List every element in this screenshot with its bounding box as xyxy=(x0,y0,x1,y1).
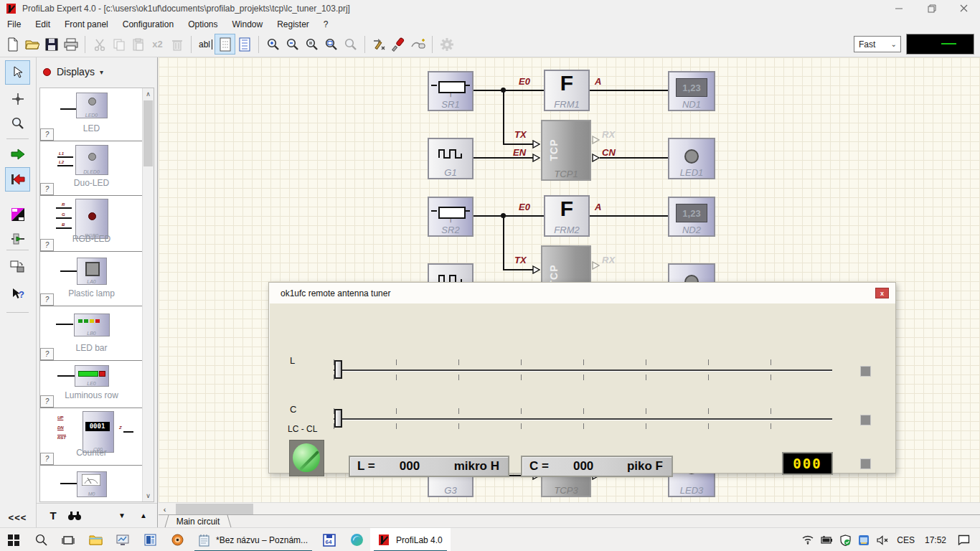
scrollbar-thumb[interactable] xyxy=(176,504,253,514)
collapse-panel-button[interactable]: <<< xyxy=(6,506,29,529)
cut-button[interactable] xyxy=(90,34,109,54)
front-panel-dialog[interactable]: ok1ufc remote antenna tuner x L C xyxy=(268,282,896,474)
menu-register[interactable]: Register xyxy=(270,19,316,29)
language-indicator[interactable]: CES xyxy=(892,535,920,545)
front-panel-view-button[interactable] xyxy=(215,34,235,54)
palette-item-meter[interactable]: M0 xyxy=(40,466,143,499)
palette-item-led[interactable]: LED0 LED ? xyxy=(40,88,143,141)
l-indicator-square[interactable] xyxy=(860,366,871,377)
zoom-reset-button[interactable] xyxy=(341,34,360,54)
menu-help[interactable]: ? xyxy=(316,19,336,29)
component-led1[interactable]: LED1 xyxy=(668,138,715,179)
copy-button[interactable] xyxy=(109,34,128,54)
help-button[interactable]: ? xyxy=(40,348,54,360)
menu-front-panel[interactable]: Front panel xyxy=(57,19,116,29)
tray-app-icon[interactable] xyxy=(854,534,873,546)
context-help-button[interactable]: ? xyxy=(6,283,29,306)
component-sr2[interactable]: ↑ SR2 xyxy=(428,197,473,237)
battery-icon[interactable] xyxy=(817,536,836,544)
notification-center-icon[interactable] xyxy=(951,534,976,545)
search-components-button[interactable] xyxy=(64,507,85,525)
move-down-button[interactable]: ▼ xyxy=(111,507,133,525)
c-slider-handle[interactable] xyxy=(334,409,342,428)
probe-connect-button[interactable] xyxy=(408,34,428,54)
bring-to-front-button[interactable] xyxy=(6,255,29,278)
canvas-horizontal-scrollbar[interactable]: ‹ xyxy=(159,502,980,515)
scroll-up-icon[interactable]: ∧ xyxy=(143,88,154,100)
duplicate-x2-button[interactable]: x2 xyxy=(148,34,167,54)
l-slider-handle[interactable] xyxy=(334,360,342,379)
file-explorer-button[interactable] xyxy=(82,528,109,551)
circuit-drawing-area[interactable]: E0 A TX EN RX CN ↑ SR1 F FRM1 1,23 ND1 xyxy=(159,57,980,502)
run-button[interactable] xyxy=(6,143,29,166)
palette-category-select[interactable]: Displays ▾ xyxy=(37,57,157,86)
edge-browser-button[interactable] xyxy=(343,528,370,551)
circuit-canvas[interactable]: E0 A TX EN RX CN ↑ SR1 F FRM1 1,23 ND1 xyxy=(159,57,980,527)
save-button[interactable] xyxy=(42,34,61,54)
dialog-close-button[interactable]: x xyxy=(875,288,889,298)
component-nd2[interactable]: 1,23 ND2 xyxy=(668,197,715,237)
taskbar-search-button[interactable] xyxy=(27,528,55,551)
paste-button[interactable] xyxy=(128,34,148,54)
new-file-button[interactable] xyxy=(3,34,22,54)
open-file-button[interactable] xyxy=(22,34,42,54)
l-slider-track[interactable] xyxy=(334,369,832,372)
help-button[interactable]: ? xyxy=(40,293,54,306)
print-button[interactable] xyxy=(61,34,80,54)
task-view-button[interactable] xyxy=(55,528,82,551)
help-button[interactable]: ? xyxy=(40,453,54,465)
dialog-title-bar[interactable]: ok1ufc remote antenna tuner xyxy=(269,283,895,303)
lc-cl-knob[interactable] xyxy=(289,440,324,476)
start-button[interactable] xyxy=(0,528,27,551)
title-bar[interactable]: ProfiLab Expert 4.0 - [c:\users\ok1uf\do… xyxy=(0,0,980,17)
menu-configuration[interactable]: Configuration xyxy=(116,19,181,29)
component-nd1[interactable]: 1,23 ND1 xyxy=(668,71,715,111)
wire-tool-button[interactable] xyxy=(6,88,29,110)
volume-muted-icon[interactable] xyxy=(873,535,892,545)
component-sr1[interactable]: ↑ SR1 xyxy=(428,71,473,111)
hex-editor-app-button[interactable]: 64 xyxy=(316,528,343,551)
taskbar-app-notepad[interactable]: *Bez názvu – Poznám... xyxy=(191,528,316,551)
menu-window[interactable]: Window xyxy=(225,19,270,29)
pin-connector-button[interactable] xyxy=(6,227,29,250)
help-button[interactable]: ? xyxy=(40,183,54,195)
palette-item-rgb-led[interactable]: R G B RGB0 RGB-LED ? xyxy=(40,196,143,252)
menu-edit[interactable]: Edit xyxy=(28,19,57,29)
help-button[interactable]: ? xyxy=(40,395,54,408)
clock[interactable]: 17:52 xyxy=(920,535,951,545)
circuit-view-button[interactable] xyxy=(235,34,254,54)
menu-file[interactable]: File xyxy=(0,19,28,29)
palette-item-led-bar[interactable]: LB0 LED bar ? xyxy=(40,306,143,361)
select-tool-button[interactable] xyxy=(6,61,29,84)
stop-button[interactable] xyxy=(6,168,29,191)
zoom-tool-button[interactable] xyxy=(6,112,29,135)
help-button[interactable]: ? xyxy=(40,239,54,251)
simulation-speed-select[interactable]: Fast ⌄ xyxy=(854,36,901,52)
zoom-out-button[interactable] xyxy=(283,34,302,54)
simulation-tools-button[interactable] xyxy=(369,34,389,54)
palette-item-counter[interactable]: UP DN RST 0001 C00 Z Counter ? xyxy=(40,408,143,466)
system-monitor-app-button[interactable] xyxy=(109,528,136,551)
scroll-down-icon[interactable]: ∨ xyxy=(143,490,154,501)
component-frm2[interactable]: F FRM2 xyxy=(544,195,590,237)
viewer-app-button[interactable] xyxy=(164,528,191,551)
scroll-left-icon[interactable]: ‹ xyxy=(159,503,171,515)
text-tool-button[interactable]: T xyxy=(42,507,64,525)
zoom-normal-button[interactable] xyxy=(302,34,321,54)
text-label-button[interactable]: abl xyxy=(196,34,215,54)
menu-options[interactable]: Options xyxy=(181,19,225,29)
settings-button[interactable] xyxy=(437,34,456,54)
zoom-in-button[interactable] xyxy=(263,34,283,54)
palette-item-plastic-lamp[interactable]: LA0 Plastic lamp ? xyxy=(40,252,143,306)
palette-item-luminous-row[interactable]: LE0 Luminous row ? xyxy=(40,361,143,408)
minimize-button[interactable] xyxy=(883,0,915,17)
restore-button[interactable] xyxy=(915,0,948,17)
component-frm1[interactable]: F FRM1 xyxy=(544,70,590,111)
move-up-button[interactable]: ▲ xyxy=(133,507,154,525)
news-tiles-app-button[interactable] xyxy=(136,528,164,551)
component-g1[interactable]: G1 xyxy=(428,138,473,179)
palette-item-duo-led[interactable]: L1 L2 DLED0 Duo-LED ? xyxy=(40,141,143,196)
close-button[interactable] xyxy=(948,0,980,17)
scrollbar-thumb[interactable] xyxy=(143,100,153,166)
hi-lo-toggle-button[interactable] xyxy=(6,203,29,226)
